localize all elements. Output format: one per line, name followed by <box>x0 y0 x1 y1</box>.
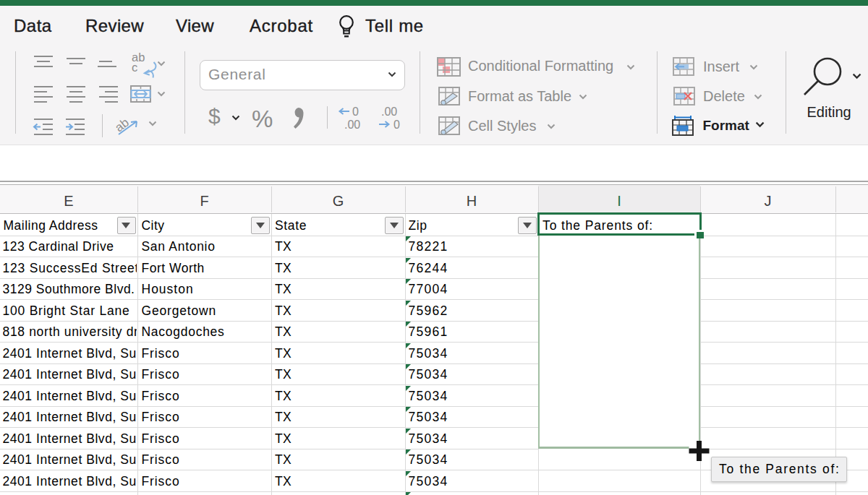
svg-text:0: 0 <box>352 106 359 118</box>
svg-text:.00: .00 <box>344 119 360 130</box>
svg-text:0: 0 <box>393 119 400 130</box>
svg-text:.00: .00 <box>381 106 397 118</box>
